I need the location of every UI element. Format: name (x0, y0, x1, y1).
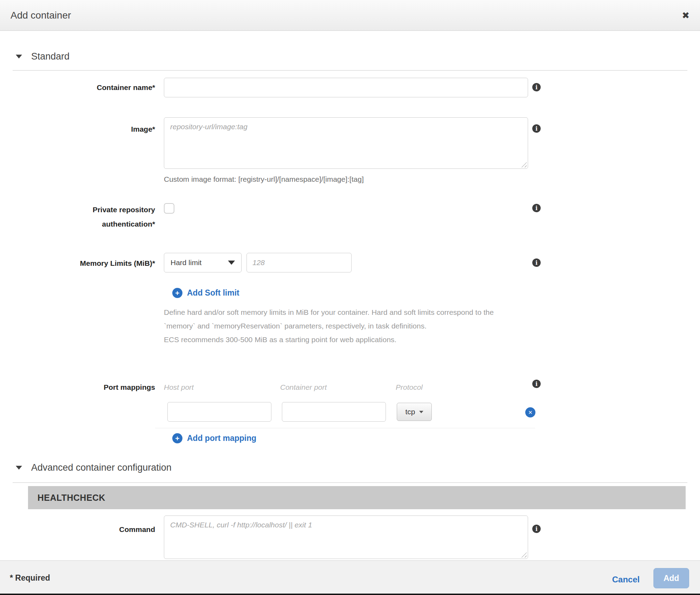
required-note: * Required (10, 573, 50, 583)
container-name-input[interactable] (164, 78, 528, 97)
memory-limits-help: Define hard and/or soft memory limits in… (164, 305, 535, 346)
section-advanced-title: Advanced container configuration (31, 462, 172, 473)
info-icon[interactable]: i (532, 204, 541, 212)
help-line: Define hard and/or soft memory limits in… (164, 305, 535, 319)
memory-limit-type-value: Hard limit (171, 258, 202, 267)
container-name-label: Container name* (0, 83, 155, 92)
window-bottom-edge (0, 594, 700, 595)
caret-down-icon (16, 55, 22, 58)
image-textarea-wrap (164, 117, 528, 169)
info-icon[interactable]: i (532, 258, 541, 267)
caret-down-icon (228, 261, 235, 265)
plus-circle-icon: + (172, 288, 182, 298)
section-advanced-header[interactable]: Advanced container configuration (16, 462, 172, 473)
info-icon[interactable]: i (532, 380, 541, 388)
command-textarea-wrap (164, 516, 528, 559)
add-port-mapping-link[interactable]: + Add port mapping (172, 433, 256, 443)
plus-circle-icon: + (172, 433, 182, 443)
memory-limits-label: Memory Limits (MiB)* (0, 258, 155, 268)
info-icon[interactable]: i (532, 525, 541, 533)
healthcheck-banner: HEALTHCHECK (28, 486, 686, 509)
add-container-modal: Add container ✖ Standard Container name*… (0, 0, 700, 595)
help-line: ECS recommends 300-500 MiB as a starting… (164, 333, 535, 346)
cancel-button[interactable]: Cancel (612, 575, 640, 584)
private-repository-checkbox[interactable] (164, 203, 174, 214)
caret-down-icon (16, 466, 22, 470)
host-port-input[interactable] (167, 402, 271, 422)
image-format-note: Custom image format: [registry-url]/[nam… (164, 175, 364, 184)
info-icon[interactable]: i (532, 83, 541, 91)
container-port-column-header: Container port (280, 383, 327, 392)
divider (13, 482, 687, 483)
info-icon[interactable]: i (532, 124, 541, 133)
command-label: Command (0, 525, 155, 534)
memory-limit-type-select[interactable]: Hard limit (164, 253, 242, 272)
add-port-mapping-label: Add port mapping (187, 434, 256, 443)
help-line: `memory` and `memoryReservation` paramet… (164, 319, 535, 333)
image-textarea[interactable] (164, 117, 528, 169)
modal-footer (0, 560, 700, 594)
close-icon[interactable]: ✖ (682, 11, 689, 20)
add-soft-limit-label: Add Soft limit (187, 288, 239, 298)
add-soft-limit-link[interactable]: + Add Soft limit (172, 288, 239, 298)
protocol-select[interactable]: tcp (397, 403, 432, 421)
memory-limit-value-input[interactable] (247, 253, 352, 272)
add-button[interactable]: Add (653, 568, 689, 588)
divider (155, 428, 535, 428)
modal-header: Add container ✖ (0, 0, 700, 31)
section-standard-title: Standard (31, 51, 70, 62)
command-textarea[interactable] (164, 516, 528, 559)
healthcheck-banner-title: HEALTHCHECK (37, 493, 105, 503)
protocol-column-header: Protocol (396, 383, 423, 392)
port-mappings-label: Port mappings (0, 382, 155, 392)
host-port-column-header: Host port (164, 383, 194, 392)
container-port-input[interactable] (282, 402, 386, 422)
modal-title: Add container (11, 10, 71, 21)
private-repository-label: Private repository authentication* (68, 202, 155, 231)
caret-down-icon (419, 411, 423, 413)
remove-port-mapping-icon[interactable]: ✕ (525, 407, 535, 417)
section-standard-header[interactable]: Standard (16, 51, 70, 62)
image-label: Image* (0, 124, 155, 134)
divider (13, 70, 687, 71)
protocol-value: tcp (405, 408, 415, 416)
